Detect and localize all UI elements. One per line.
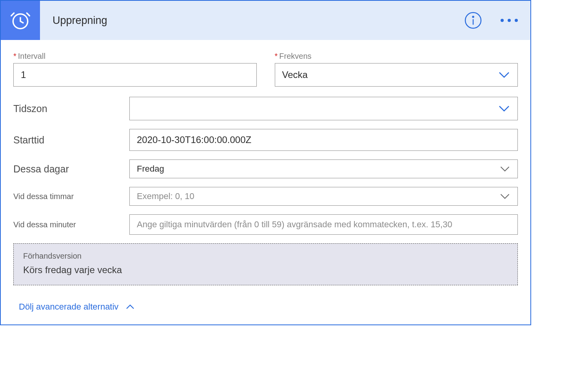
chevron-down-icon [498, 71, 510, 79]
starttime-row: Starttid [13, 129, 518, 151]
hours-placeholder: Exempel: 0, 10 [137, 191, 499, 201]
minutes-row: Vid dessa minuter [13, 214, 518, 235]
svg-point-2 [473, 16, 474, 18]
card-title: Upprepning [40, 14, 465, 27]
timezone-label: Tidszon [13, 103, 129, 114]
frequency-label: *Frekvens [275, 52, 518, 61]
info-icon [465, 12, 482, 29]
ellipsis-icon [501, 19, 518, 22]
top-row: *Intervall *Frekvens Vecka [13, 52, 518, 87]
interval-field: *Intervall [13, 52, 257, 87]
interval-label: *Intervall [13, 52, 257, 61]
recurrence-card: Upprepning *Intervall [0, 0, 531, 325]
required-indicator: * [275, 52, 278, 60]
header-actions [465, 12, 530, 29]
starttime-input[interactable] [129, 129, 518, 151]
days-value: Fredag [137, 164, 499, 174]
hours-select[interactable]: Exempel: 0, 10 [129, 187, 518, 206]
preview-text: Körs fredag varje vecka [23, 265, 508, 275]
minutes-label: Vid dessa minuter [13, 220, 129, 229]
days-select[interactable]: Fredag [129, 159, 518, 178]
preview-box: Förhandsversion Körs fredag varje vecka [13, 243, 518, 285]
recurrence-icon-box [1, 1, 40, 40]
hours-label: Vid dessa timmar [13, 192, 129, 201]
days-label: Dessa dagar [13, 163, 129, 175]
minutes-input[interactable] [129, 214, 518, 235]
hours-row: Vid dessa timmar Exempel: 0, 10 [13, 187, 518, 206]
more-options-button[interactable] [501, 19, 518, 22]
timezone-row: Tidszon [13, 97, 518, 120]
starttime-label: Starttid [13, 134, 129, 146]
frequency-value: Vecka [282, 69, 498, 80]
info-button[interactable] [465, 12, 482, 29]
interval-input[interactable] [13, 63, 257, 87]
chevron-down-icon [499, 165, 510, 172]
frequency-select[interactable]: Vecka [275, 63, 518, 87]
toggle-label: Dölj avancerade alternativ [19, 302, 118, 312]
days-row: Dessa dagar Fredag [13, 159, 518, 178]
chevron-down-icon [498, 105, 510, 112]
frequency-field: *Frekvens Vecka [275, 52, 518, 87]
card-header: Upprepning [1, 1, 530, 40]
chevron-down-icon [499, 193, 510, 200]
preview-label: Förhandsversion [23, 252, 508, 261]
required-indicator: * [13, 52, 16, 60]
timezone-select[interactable] [129, 97, 518, 120]
hide-advanced-toggle[interactable]: Dölj avancerade alternativ [13, 302, 518, 312]
alarm-clock-icon [9, 9, 31, 31]
card-body: *Intervall *Frekvens Vecka Tidszon [1, 40, 530, 324]
chevron-up-icon [125, 304, 135, 310]
